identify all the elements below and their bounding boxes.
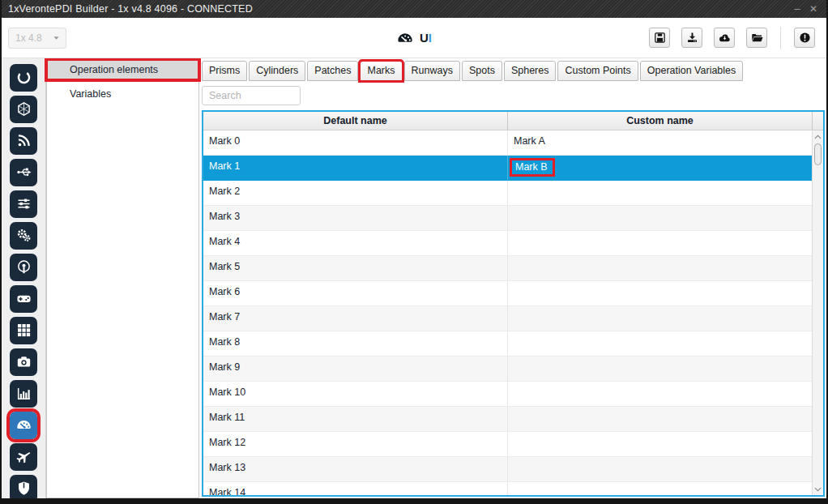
tab-custom-points[interactable]: Custom Points: [557, 61, 638, 81]
toolbar-separator: [780, 27, 781, 49]
open-folder-icon: [750, 31, 764, 45]
default-name-cell[interactable]: Mark 9: [203, 357, 507, 381]
default-name-cell[interactable]: Mark 5: [203, 256, 507, 280]
open-folder-button[interactable]: [746, 28, 767, 48]
default-name-cell[interactable]: Mark 8: [203, 331, 507, 356]
column-header-default-name: Default name: [203, 112, 507, 130]
save-button[interactable]: [649, 28, 670, 48]
table-row[interactable]: Mark 3: [203, 206, 812, 231]
search-input[interactable]: [202, 86, 301, 105]
scrollbar-thumb[interactable]: [814, 143, 822, 165]
tab-marks[interactable]: Marks: [360, 61, 402, 81]
custom-name-cell[interactable]: [507, 306, 812, 331]
info-button[interactable]: [794, 28, 815, 48]
sidebar-slot: [2, 409, 45, 441]
sidebar-slot: [2, 93, 45, 125]
sidebar-slot: [2, 125, 45, 156]
tab-operation-variables[interactable]: Operation Variables: [640, 61, 744, 81]
custom-name-cell[interactable]: [507, 357, 812, 381]
custom-name-cell[interactable]: [507, 331, 812, 356]
sidebar-item-gamepad[interactable]: [10, 285, 37, 313]
table-row[interactable]: Mark 14: [203, 482, 812, 495]
sidebar-slot: [2, 472, 45, 498]
default-name-cell[interactable]: Mark 12: [203, 432, 507, 456]
table-row[interactable]: Mark 5: [203, 256, 812, 281]
panel-list: Operation elementsVariables: [46, 58, 199, 498]
version-dropdown[interactable]: 1x 4.8: [8, 28, 66, 49]
scroll-down-icon[interactable]: [813, 484, 823, 494]
table-row[interactable]: Mark 2: [203, 181, 812, 206]
sidebar-item-hexagon[interactable]: [10, 96, 37, 123]
sidebar-item-bar-chart[interactable]: [10, 380, 37, 408]
sidebar-item-usb[interactable]: [10, 159, 37, 186]
toolbar-actions: [649, 27, 815, 49]
default-name-cell[interactable]: Mark 13: [203, 457, 507, 481]
tab-prisms[interactable]: Prisms: [202, 61, 247, 81]
custom-name-cell[interactable]: [507, 482, 812, 495]
panel-item-variables[interactable]: Variables: [47, 84, 198, 104]
tab-spheres[interactable]: Spheres: [504, 61, 557, 81]
custom-name-cell[interactable]: Mark B: [507, 156, 812, 180]
table-row[interactable]: Mark 7: [203, 306, 812, 331]
table-row[interactable]: Mark 11: [203, 407, 812, 432]
custom-name-cell[interactable]: [507, 281, 812, 305]
default-name-cell[interactable]: Mark 6: [203, 281, 507, 305]
sidebar-item-shield[interactable]: [10, 475, 37, 499]
table-row[interactable]: Mark 1Mark B: [203, 156, 812, 181]
custom-name-cell[interactable]: [507, 382, 812, 406]
tab-patches[interactable]: Patches: [307, 61, 358, 81]
sidebar-slot: [2, 378, 45, 409]
custom-name-cell[interactable]: [507, 457, 812, 481]
default-name-cell[interactable]: Mark 3: [203, 206, 507, 230]
custom-name-cell[interactable]: [507, 256, 812, 280]
cloud-download-button[interactable]: [714, 28, 735, 48]
default-name-cell[interactable]: Mark 1: [203, 156, 507, 180]
podcast-icon: [15, 258, 32, 275]
table-row[interactable]: Mark 10: [203, 382, 812, 407]
sidebar-item-plane[interactable]: [10, 443, 37, 471]
default-name-cell[interactable]: Mark 4: [203, 231, 507, 255]
gamepad-icon: [15, 290, 32, 307]
custom-name-cell[interactable]: [507, 181, 812, 205]
default-name-cell[interactable]: Mark 0: [203, 130, 507, 155]
tab-spots[interactable]: Spots: [462, 61, 502, 81]
default-name-cell[interactable]: Mark 11: [203, 407, 507, 431]
sidebar-item-podcast[interactable]: [10, 254, 37, 281]
panel-item-operation-elements[interactable]: Operation elements: [47, 60, 198, 79]
sidebar-item-gauge[interactable]: [10, 412, 37, 439]
sidebar-item-loop[interactable]: [10, 64, 37, 92]
custom-name-cell[interactable]: [507, 407, 812, 431]
default-name-cell[interactable]: Mark 10: [203, 382, 507, 406]
tab-cylinders[interactable]: Cylinders: [249, 61, 305, 81]
scroll-up-icon[interactable]: [813, 131, 823, 142]
default-name-cell[interactable]: Mark 7: [203, 306, 507, 331]
table-row[interactable]: Mark 13: [203, 457, 812, 482]
default-name-cell[interactable]: Mark 2: [203, 181, 507, 205]
default-name-cell[interactable]: Mark 14: [203, 482, 507, 495]
import-button[interactable]: [681, 28, 702, 48]
tab-runways[interactable]: Runways: [404, 61, 460, 81]
panel-item-label: Variables: [70, 88, 111, 100]
sidebar-slot: [2, 156, 45, 188]
sidebar-item-rss[interactable]: [10, 127, 37, 155]
custom-name-cell[interactable]: [507, 206, 812, 230]
sidebar-slot: [2, 314, 45, 346]
table-row[interactable]: Mark 12: [203, 432, 812, 457]
close-button[interactable]: ✕: [805, 1, 822, 17]
custom-name-cell[interactable]: Mark A: [507, 130, 812, 155]
bar-chart-icon: [15, 385, 32, 402]
custom-name-cell[interactable]: [507, 432, 812, 456]
minimize-button[interactable]: –: [789, 1, 805, 17]
table-row[interactable]: Mark 8: [203, 331, 812, 357]
table-row[interactable]: Mark 9: [203, 357, 812, 382]
app-window: 1xVerontePDI Builder - 1x v4.8 4096 - CO…: [0, 0, 828, 504]
custom-name-cell[interactable]: [507, 231, 812, 255]
sidebar-item-sliders[interactable]: [10, 190, 37, 218]
table-row[interactable]: Mark 0Mark A: [203, 130, 812, 156]
vertical-scrollbar[interactable]: [812, 130, 823, 495]
sidebar-item-camera[interactable]: [10, 348, 37, 376]
table-row[interactable]: Mark 4: [203, 231, 812, 256]
sidebar-item-grid[interactable]: [10, 317, 37, 344]
sidebar-item-gears[interactable]: [10, 222, 37, 250]
table-row[interactable]: Mark 6: [203, 281, 812, 306]
